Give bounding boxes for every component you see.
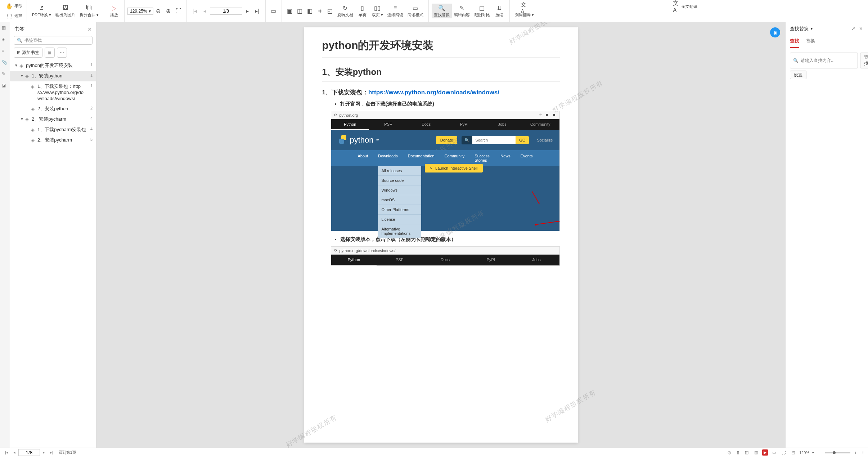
full-translate-button[interactable]: 文A全文翻译 <box>671 2 699 11</box>
last-page-button[interactable]: ▸| <box>252 7 262 15</box>
search-icon: 🔍 <box>793 58 799 63</box>
pdf-convert-button[interactable]: 🗎PDF转换 ▾ <box>30 4 53 18</box>
bookmark-item[interactable]: ◈1、下载pycharm安装包4 <box>10 125 96 135</box>
dropdown-item: License <box>378 215 421 224</box>
bookmark-page: 1 <box>90 84 93 88</box>
bookmark-page: 2 <box>90 106 93 110</box>
crop3-button[interactable]: ◧ <box>305 7 315 15</box>
bookmark-search[interactable]: 🔍 <box>14 36 93 45</box>
shot-search-input <box>472 136 516 144</box>
play-button[interactable]: ▷播放 <box>107 4 121 18</box>
fit-button[interactable]: ⛶ <box>174 7 184 15</box>
bookmark-item[interactable]: ▼◈1、安装python1 <box>10 71 96 81</box>
bookmark-item[interactable]: ◈1、下载安装包：https://www.python.org/download… <box>10 81 96 104</box>
single-page-button[interactable]: ▯单页 <box>355 4 370 18</box>
layers-icon[interactable]: ◪ <box>2 83 8 89</box>
zoom-slider[interactable] <box>825 452 850 453</box>
first-page-button[interactable]: |◂ <box>190 7 200 15</box>
sb-play-button[interactable]: ▶ <box>762 449 768 456</box>
crop1-button[interactable]: ▣ <box>285 7 295 15</box>
sb-prev-button[interactable]: ◂ <box>11 449 18 456</box>
float-action-button[interactable]: ◉ <box>770 27 780 37</box>
bookmark-page: 4 <box>90 127 93 131</box>
sb-zoom-in-button[interactable]: + <box>853 450 858 456</box>
bookmark-search-input[interactable] <box>24 38 89 43</box>
bookmark-item[interactable]: ◈2、安装python2 <box>10 104 96 114</box>
sb-view3-button[interactable]: ◫ <box>743 449 750 456</box>
shot-tab: PSF <box>377 255 422 265</box>
twisty-icon <box>26 84 30 84</box>
tab-replace[interactable]: 替换 <box>806 35 815 48</box>
find-button[interactable]: 查找 <box>860 53 868 68</box>
continuous-button[interactable]: ≡连续阅读 <box>385 4 405 18</box>
bookmark-more-button[interactable]: ⋯ <box>57 48 67 58</box>
screenshot-compare-button[interactable]: ◫截图对比 <box>472 4 492 18</box>
read-mode-icon-button[interactable]: ▭ <box>269 7 279 15</box>
bookmarks-icon[interactable]: ◈ <box>2 37 8 43</box>
select-tool-button[interactable]: ⬚选择 <box>4 12 24 20</box>
sb-view6-button[interactable]: ⛶ <box>780 450 787 456</box>
launch-shell-button: >_ Launch Interactive Shell <box>425 164 483 173</box>
compress-button[interactable]: ⇊压缩 <box>492 4 507 18</box>
twisty-icon <box>26 127 30 127</box>
prev-page-button[interactable]: ◂ <box>200 7 210 15</box>
find-input[interactable] <box>801 58 855 63</box>
comments-icon[interactable]: ✎ <box>2 71 8 78</box>
next-page-button[interactable]: ▸ <box>242 7 252 15</box>
twisty-icon: ▼ <box>20 116 24 121</box>
bookmark-label: 1、下载安装包：https://www.python.org/downloads… <box>37 84 87 102</box>
pdf-page: 好学编程版权所有 好学编程版权所有 好学编程版权所有 好学编程版权所有 好学编程… <box>304 27 578 443</box>
delete-bookmark-button[interactable]: 🗑 <box>45 48 55 58</box>
zoom-select[interactable]: 129.25%▾ <box>127 8 153 15</box>
sb-next-button[interactable]: ▸ <box>41 449 47 456</box>
sb-view7-button[interactable]: ◰ <box>790 449 796 456</box>
bookmark-icon: ◈ <box>25 73 30 79</box>
split-merge-button[interactable]: ⿻拆分合并 ▾ <box>77 4 101 18</box>
crop2-button[interactable]: ◫ <box>295 7 305 15</box>
add-bookmark-button[interactable]: ⊞添加书签 <box>14 48 42 58</box>
attachments-icon[interactable]: 📎 <box>2 60 8 66</box>
sb-view5-button[interactable]: ▭ <box>771 449 777 456</box>
rotate-doc-button[interactable]: ↻旋转文档 <box>335 4 355 18</box>
sb-more-button[interactable]: ፧ <box>861 449 865 456</box>
bookmark-item[interactable]: ◈2、安装pycharm5 <box>10 135 96 145</box>
download-link[interactable]: https://www.python.org/downloads/windows… <box>368 89 499 96</box>
tab-find[interactable]: 查找 <box>790 35 799 48</box>
screenshot-1: ⟳python.org☆◾◾ PythonPSFDocsPyPIJobsComm… <box>331 111 560 231</box>
document-viewport[interactable]: ◉ 好学编程版权所有 好学编程版权所有 好学编程版权所有 好学编程版权所有 好学… <box>96 22 785 448</box>
settings-button[interactable]: 设置 <box>790 71 806 79</box>
zoom-in-button[interactable]: ⊕ <box>163 7 174 15</box>
dropdown-item: Source code <box>378 176 421 185</box>
bookmarks-close-icon[interactable]: ✕ <box>87 26 92 32</box>
sb-view4-button[interactable]: ▥ <box>753 449 759 456</box>
export-image-button[interactable]: 🖼输出为图片 <box>53 4 77 18</box>
page-input[interactable] <box>210 8 242 15</box>
edit-content-button[interactable]: ✎编辑内容 <box>452 4 472 18</box>
bookmark-item[interactable]: ▼◈python的开发环境安装1 <box>10 61 96 71</box>
close-panel-icon[interactable]: ✕ <box>858 25 864 32</box>
bookmark-item[interactable]: ▼◈2、安装pycharm4 <box>10 114 96 125</box>
outline-icon[interactable]: ≡ <box>2 48 8 55</box>
zoom-out-button[interactable]: ⊖ <box>153 7 163 15</box>
read-mode-button[interactable]: ▭阅读模式 <box>405 4 426 18</box>
pin-icon[interactable]: ⤢ <box>851 25 856 32</box>
back-to-page-link[interactable]: 回到第1页 <box>58 450 76 455</box>
sb-page-input[interactable] <box>18 449 40 456</box>
crop5-button[interactable]: ◰ <box>325 7 335 15</box>
twisty-icon <box>26 137 30 138</box>
double-page-button[interactable]: ▯▯双页 ▾ <box>370 4 385 18</box>
shot-tab: PyPI <box>445 119 484 130</box>
hand-tool-button[interactable]: ✋手型 <box>4 2 24 11</box>
word-translate-button[interactable]: 文A划词翻译 ▾ <box>513 4 536 18</box>
sb-view2-button[interactable]: ▯ <box>736 449 741 456</box>
find-replace-panel: 查找替换▾ ⤢ ✕ 查找 替换 🔍 查找 设置 <box>785 22 868 448</box>
sb-zoom-out-button[interactable]: − <box>817 450 822 456</box>
thumbnails-icon[interactable]: ▦ <box>2 25 8 32</box>
sb-first-button[interactable]: |◂ <box>3 449 10 456</box>
crop4-button[interactable]: ⌗ <box>315 7 325 15</box>
sb-zoom-value[interactable]: 129% <box>799 451 809 455</box>
sb-last-button[interactable]: ▸| <box>48 449 55 456</box>
find-replace-button[interactable]: 🔍查找替换 <box>432 4 452 18</box>
bookmarks-panel: 书签 ✕ 🔍 ⊞添加书签 🗑 ⋯ ▼◈python的开发环境安装1▼◈1、安装p… <box>10 22 96 448</box>
sb-view1-button[interactable]: ◎ <box>726 449 733 456</box>
